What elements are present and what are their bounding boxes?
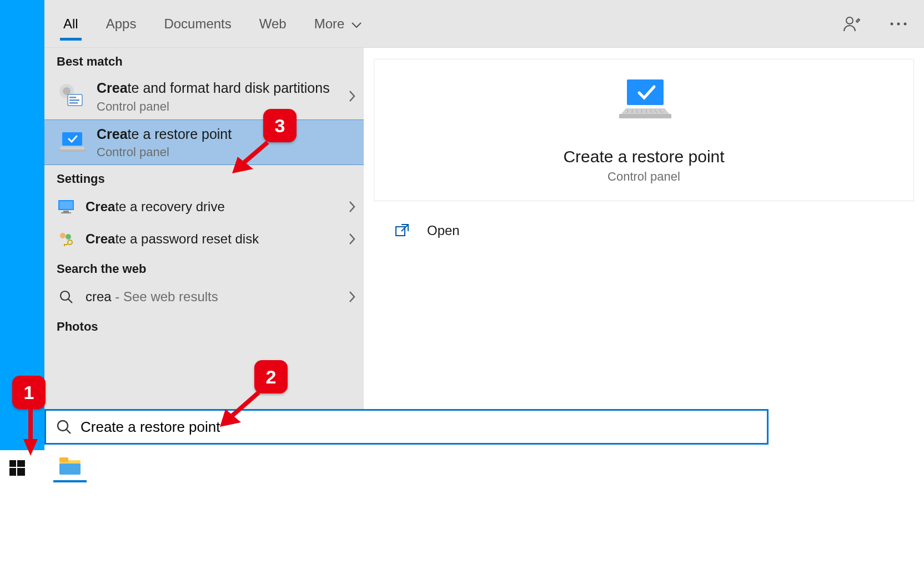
annotation-badge-1: 1 [12,376,46,409]
restore-point-icon [57,127,87,157]
svg-point-1 [891,23,893,26]
result-restore-point[interactable]: Create a restore point Control panel [44,119,364,166]
result-bold: Crea [97,126,128,142]
svg-rect-16 [61,212,71,213]
result-rest: te a recovery drive [115,199,224,214]
result-bold: Crea [97,80,128,96]
chevron-right-icon[interactable] [348,232,356,246]
taskbar-area [0,450,924,578]
svg-point-20 [61,291,69,300]
search-icon [56,419,72,435]
svg-rect-32 [396,227,405,236]
search-icon [57,287,76,306]
account-icon[interactable] [840,12,864,36]
result-web-crea[interactable]: crea - See web results [44,281,364,313]
svg-rect-12 [59,150,86,152]
result-rest: te and format hard disk partitions [128,80,330,96]
monitor-icon [57,197,76,216]
web-rest: - See web results [112,289,218,304]
svg-point-2 [897,23,900,26]
users-key-icon [57,230,76,248]
svg-rect-11 [60,147,84,150]
tab-apps[interactable]: Apps [103,5,140,43]
result-recovery-drive[interactable]: Create a recovery drive [44,191,364,223]
detail-restore-icon [614,76,675,137]
open-icon [394,222,410,239]
action-open[interactable]: Open [385,218,903,243]
result-password-reset[interactable]: Create a password reset disk [44,223,364,255]
section-search-web: Search the web [44,255,364,281]
detail-subtitle: Control panel [385,170,902,184]
svg-point-0 [846,17,853,24]
svg-rect-10 [62,132,82,146]
detail-title: Create a restore point [385,147,902,166]
result-subtitle: Control panel [97,145,356,160]
result-subtitle: Control panel [97,99,338,114]
svg-rect-15 [63,211,69,212]
chevron-right-icon[interactable] [348,89,356,103]
svg-marker-22 [621,108,669,114]
svg-point-17 [60,233,66,238]
detail-pane: Create a restore point Control panel Ope… [364,48,924,409]
disk-partitions-icon [57,81,87,111]
annotation-badge-3: 3 [263,109,297,142]
svg-point-5 [63,87,71,95]
svg-rect-35 [17,460,25,467]
svg-point-19 [68,240,72,245]
search-header: All Apps Documents Web More [44,0,924,48]
start-button[interactable] [3,456,31,480]
tab-more-label: More [314,16,345,31]
svg-point-18 [66,234,71,240]
svg-rect-37 [17,468,25,476]
svg-rect-40 [59,464,81,475]
svg-rect-9 [69,102,78,104]
result-bold: Crea [86,199,115,214]
svg-point-3 [904,23,907,26]
result-disk-partitions[interactable]: Create and format hard disk partitions C… [44,73,364,119]
annotation-badge-2: 2 [254,360,288,393]
svg-rect-14 [59,201,73,209]
svg-rect-7 [69,97,76,98]
section-best-match: Best match [44,48,364,73]
tab-documents[interactable]: Documents [160,5,234,43]
section-settings: Settings [44,165,364,191]
chevron-right-icon[interactable] [348,290,356,303]
tab-all[interactable]: All [60,5,82,43]
svg-rect-34 [9,460,16,467]
web-query: crea [86,289,112,304]
result-bold: Crea [86,231,115,246]
svg-rect-8 [69,99,79,101]
file-explorer-icon[interactable] [53,452,87,482]
action-open-label: Open [427,223,460,238]
chevron-down-icon [351,22,361,28]
more-options-icon[interactable] [886,12,911,36]
results-pane: Best match Create and format hard disk p… [44,48,364,409]
svg-rect-36 [9,468,16,476]
search-input[interactable] [79,418,757,436]
svg-rect-21 [627,79,664,105]
svg-rect-39 [59,457,68,462]
tab-more[interactable]: More [311,5,365,43]
result-rest: te a password reset disk [115,231,259,246]
svg-point-33 [58,421,68,431]
tab-web[interactable]: Web [256,5,290,43]
chevron-right-icon[interactable] [348,200,356,213]
result-rest: te a restore point [128,126,232,142]
section-photos: Photos [44,313,364,338]
svg-rect-23 [619,114,671,118]
detail-card: Create a restore point Control panel [374,59,914,201]
search-box[interactable] [44,409,769,445]
